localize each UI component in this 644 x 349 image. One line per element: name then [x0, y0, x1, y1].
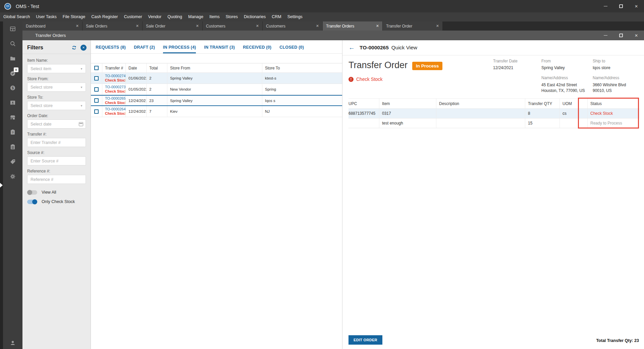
transfer-number-link[interactable]: TO-0000274 [105, 74, 126, 78]
sidebar-expand-arrow[interactable] [0, 183, 3, 188]
menu-item[interactable]: Settings [284, 12, 306, 21]
status-tab[interactable]: CLOSED (0) [279, 45, 304, 53]
document-tab[interactable]: Sale Orders ✕ [83, 21, 143, 31]
filter-field-input[interactable]: Enter Source # ▼ [27, 156, 86, 165]
status-tab[interactable]: REQUESTS (8) [96, 45, 126, 53]
transfer-date-label: Transfer Date [493, 59, 543, 63]
titlebar: OMS - Test ✕ [0, 0, 644, 12]
menu-item[interactable]: Manage [185, 12, 206, 21]
menu-item[interactable]: Vendor [145, 12, 165, 21]
order-row[interactable]: TO-0000264 Check Stock 12/24/2021 7 Kiev… [91, 106, 342, 117]
toggle-row[interactable]: View All [27, 190, 86, 195]
menu-item[interactable]: Stores [223, 12, 241, 21]
minimize-button[interactable] [598, 0, 613, 12]
sidebar-item-help-tasks[interactable]: ? [3, 125, 22, 140]
refresh-button[interactable] [71, 45, 77, 51]
sidebar-item-file-storage[interactable] [3, 51, 22, 66]
minimize-icon [604, 35, 607, 36]
sidebar-item-tasks[interactable]: 0 [3, 66, 22, 81]
sidebar-item-settings[interactable] [3, 169, 22, 184]
sidebar-item-sales[interactable]: $ [3, 81, 22, 95]
tab-close-icon[interactable]: ✕ [316, 24, 319, 28]
document-tab[interactable]: Transfer Orders ✕ [323, 21, 383, 31]
description-cell [436, 118, 525, 128]
row-checkbox[interactable] [94, 98, 99, 103]
menu-item[interactable]: Quoting [164, 12, 185, 21]
tab-close-icon[interactable]: ✕ [436, 24, 439, 28]
menu-item[interactable]: Dictionaries [241, 12, 269, 21]
menu-item[interactable]: File Storage [60, 12, 88, 21]
filter-field-input[interactable]: Enter Transfer # ▼ [27, 138, 86, 147]
from-address-line2: Houston, TX, 77090, US [541, 88, 592, 94]
module-title: Transfer Orders [35, 33, 66, 38]
gear-icon [9, 173, 16, 180]
toggle-row[interactable]: Only Check Stock [27, 199, 86, 204]
close-button[interactable]: ✕ [629, 0, 644, 12]
sidebar-item-stores[interactable] [3, 110, 22, 125]
toggle-switch[interactable] [27, 200, 37, 204]
transfer-number-link[interactable]: TO-0000265 [105, 96, 126, 101]
module-restore-button[interactable] [613, 31, 629, 40]
restore-button[interactable] [613, 0, 629, 12]
document-tab[interactable]: Customers ✕ [263, 21, 323, 31]
edit-order-button[interactable]: EDIT ORDER [348, 335, 382, 345]
toggle-switch[interactable] [27, 190, 37, 195]
filter-field-input[interactable]: Select store ▼ [27, 101, 86, 110]
row-checkbox[interactable] [94, 76, 99, 81]
transfer-number-link[interactable]: TO-0000264 [105, 107, 126, 111]
menu-item[interactable]: Customer [121, 12, 145, 21]
transfer-number-link[interactable]: TO-0000273 [105, 85, 126, 89]
row-checkbox-cell [91, 96, 102, 105]
total-cell: 2 [147, 73, 167, 84]
module-close-button[interactable]: ✕ [629, 31, 644, 40]
item-status-cell: Ready to Process [588, 118, 639, 128]
document-tab[interactable]: Transfer Order ✕ [383, 21, 443, 31]
sidebar-item-user[interactable] [3, 340, 22, 346]
sidebar-item-customers[interactable] [3, 95, 22, 110]
sidebar-item-search[interactable] [3, 36, 22, 51]
menu-item[interactable]: Cash Register [88, 12, 121, 21]
tab-close-icon[interactable]: ✕ [196, 24, 199, 28]
items-table-header: UPC Item Description Transfer QTY UOM St… [348, 99, 639, 109]
row-checkbox[interactable] [94, 109, 99, 114]
header-cell-total: Total [147, 63, 167, 72]
item-row: test enough 15 Ready to Process [348, 118, 639, 128]
ship-address-label: Name/Address [593, 76, 643, 80]
row-checkbox-cell [91, 106, 102, 117]
order-row[interactable]: TO-0000274 Check Stock 01/06/2022 2 Spri… [91, 73, 342, 84]
menu-item[interactable]: Items [206, 12, 223, 21]
sidebar-item-tags[interactable] [3, 154, 22, 169]
menu-item[interactable]: CRM [269, 12, 284, 21]
sidebar-item-dashboard[interactable] [3, 21, 22, 36]
row-checkbox[interactable] [94, 87, 99, 92]
filter-field-input[interactable]: Select store ▼ [27, 83, 86, 92]
module-minimize-button[interactable] [598, 31, 613, 40]
status-tab[interactable]: IN PROCESS (4) [163, 45, 196, 53]
tab-close-icon[interactable]: ✕ [256, 24, 259, 28]
clear-filters-button[interactable]: ✕ [80, 45, 87, 51]
filter-field-input[interactable]: Select item ▼ [27, 64, 86, 73]
workspace: 0 $ ? [0, 21, 644, 349]
total-cell: 2 [147, 84, 167, 95]
filter-field-input[interactable]: Reference # ▼ [27, 175, 86, 184]
document-tab[interactable]: Dashboard ✕ [22, 21, 83, 31]
status-badge: In Process [412, 62, 442, 70]
tab-close-icon[interactable]: ✕ [76, 24, 79, 28]
tab-close-icon[interactable]: ✕ [376, 24, 379, 28]
menu-item[interactable]: User Tasks [33, 12, 60, 21]
order-row[interactable]: TO-0000265 Check Stock 12/24/2021 23 Spr… [91, 95, 342, 106]
select-all-checkbox[interactable] [94, 66, 99, 70]
filter-field-input[interactable]: Select date ▼ [27, 119, 86, 129]
document-tab[interactable]: Customers ✕ [203, 21, 263, 31]
clipboard-question-icon: ? [9, 129, 16, 136]
tab-close-icon[interactable]: ✕ [136, 24, 139, 28]
status-tab[interactable]: RECEIVED (0) [243, 45, 271, 53]
sidebar-item-orders[interactable] [3, 140, 22, 154]
status-tab[interactable]: DRAFT (2) [134, 45, 155, 53]
quick-view-header: ← TO-0000265 Quick View [342, 40, 644, 55]
menu-item[interactable]: Global Search [0, 12, 33, 21]
back-arrow-icon[interactable]: ← [348, 44, 355, 51]
order-row[interactable]: TO-0000273 Check Stock 01/05/2022 2 New … [91, 84, 342, 95]
document-tab[interactable]: Sale Order ✕ [143, 21, 203, 31]
status-tab[interactable]: IN TRANSIT (3) [204, 45, 235, 53]
